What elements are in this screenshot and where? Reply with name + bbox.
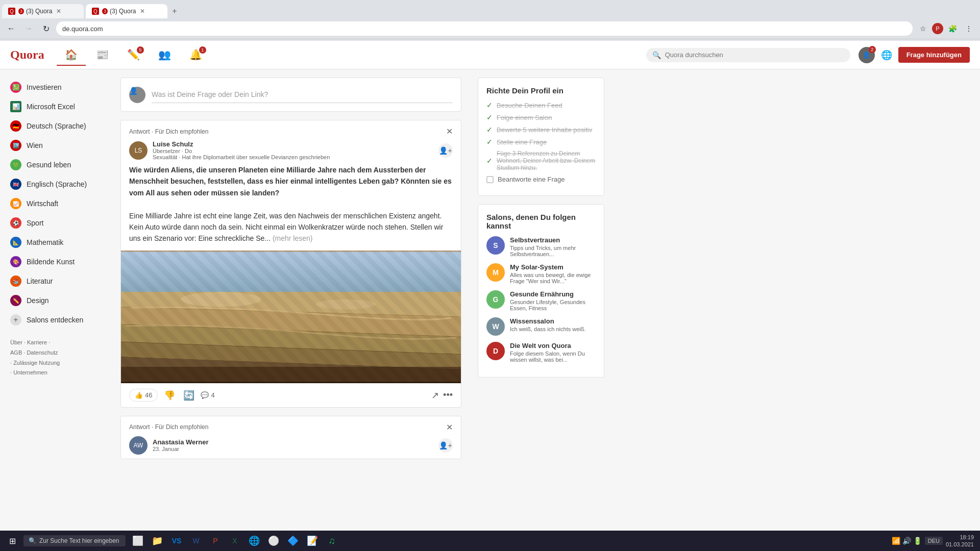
nav-home[interactable]: 🏠 [57, 44, 86, 66]
sidebar-item-excel[interactable]: 📊 Microsoft Excel [0, 97, 112, 116]
language-indicator[interactable]: DEU [925, 537, 943, 545]
sidebar-item-wien[interactable]: 🏙️ Wien [0, 136, 112, 155]
tab-2-close[interactable]: ✕ [140, 8, 145, 15]
vote-count-1: 46 [145, 391, 152, 399]
footer-uber[interactable]: Über [10, 339, 22, 345]
explore-salons-label: Salons entdecken [27, 316, 83, 324]
taskbar-app-excel[interactable]: X [226, 532, 244, 550]
forward-button[interactable]: → [21, 21, 36, 36]
more-1[interactable]: ••• [443, 390, 453, 400]
downvote-1[interactable]: 👎 [162, 388, 177, 403]
answer-2-close[interactable]: ✕ [446, 422, 453, 432]
sidebar-label-bildkunst: Bildende Kunst [27, 258, 75, 266]
more-options[interactable]: ⋮ [962, 21, 976, 36]
tab-1-close[interactable]: ✕ [56, 8, 61, 15]
avatar-container[interactable]: 👤 2 [859, 47, 875, 63]
app-header: Quora 🏠 📰 ✏️ 5 👥 🔔 1 🔍 [0, 41, 980, 69]
profile-item-5-label: Füge 3 Referenzen zu Deinem Wohnort, Dei… [497, 150, 596, 171]
tab-2[interactable]: Q 3 (3) Quora ✕ [86, 4, 167, 18]
sidebar-item-sport[interactable]: ⚽ Sport [0, 213, 112, 233]
new-tab-button[interactable]: + [167, 4, 182, 18]
bookmark-1[interactable]: ↗ [431, 390, 439, 401]
sidebar-label-mathematik: Mathematik [27, 238, 63, 246]
profile-item-3-label: Bewerte 5 weitere Inhalte positiv [497, 126, 592, 134]
nav-news[interactable]: 📰 [88, 44, 117, 66]
add-question-button[interactable]: Frage hinzufügen [898, 47, 970, 63]
footer-agb[interactable]: AGB [10, 349, 22, 356]
tab-1-favicon: Q [8, 8, 15, 15]
search-bar[interactable]: 🔍 [646, 48, 850, 62]
search-icon: 🔍 [652, 51, 661, 59]
check-empty-6 [486, 176, 494, 183]
author-1-name[interactable]: Luise Schulz [153, 140, 433, 148]
volume-icon[interactable]: 🔊 [902, 537, 911, 545]
sidebar-item-wirtschaft[interactable]: 📈 Wirtschaft [0, 194, 112, 213]
taskbar-app-explorer[interactable]: 📁 [148, 532, 166, 550]
follow-author-1[interactable]: 👤+ [438, 143, 453, 158]
sidebar-item-englisch[interactable]: 🇬🇧 Englisch (Sprache) [0, 174, 112, 194]
salon-weltvon-desc: Folge diesem Salon, wenn Du wissen wills… [510, 350, 596, 363]
salon-solar-desc: Alles was uns bewegt, die ewige Frage "W… [510, 272, 596, 284]
author-2-name[interactable]: Anastasia Werner [153, 438, 433, 446]
sidebar-item-bildkunst[interactable]: 🎨 Bildende Kunst [0, 252, 112, 271]
explorer-icon: 📁 [152, 535, 163, 546]
sidebar-item-literatur[interactable]: 📚 Literatur [0, 271, 112, 291]
nav-people[interactable]: 👥 [150, 44, 179, 66]
ask-input[interactable]: Was ist Deine Frage oder Dein Link? [152, 86, 453, 103]
search-input[interactable] [665, 51, 844, 59]
start-button[interactable]: ⊞ [2, 532, 22, 550]
sidebar-item-design[interactable]: ✏️ Design [0, 291, 112, 310]
language-button[interactable]: 🌐 [881, 49, 892, 61]
extensions-btn[interactable]: 🧩 [945, 21, 960, 36]
taskbar-app-word[interactable]: W [187, 532, 205, 550]
taskbar-app-music[interactable]: ♫ [323, 532, 341, 550]
taskbar-app-ie[interactable]: 🌐 [245, 532, 263, 550]
battery-icon[interactable]: 🔋 [913, 537, 922, 545]
profile-btn[interactable]: P [932, 23, 943, 34]
taskbar-app-dev[interactable]: VS [167, 532, 186, 550]
bookmark-star[interactable]: ☆ [916, 21, 930, 36]
taskbar-app-chrome[interactable]: ⚪ [264, 532, 283, 550]
follow-author-2[interactable]: 👤+ [438, 438, 453, 453]
network-icon[interactable]: 📶 [892, 537, 900, 545]
comment-1[interactable]: 💬 4 [201, 391, 214, 399]
taskbar-app-notes[interactable]: 📝 [303, 532, 322, 550]
salon-ernahrung[interactable]: G Gesunde Ernährung Gesunder Lifestyle, … [486, 290, 596, 311]
sidebar-item-deutsch[interactable]: 🇩🇪 Deutsch (Sprache) [0, 116, 112, 136]
ask-box[interactable]: 👤 Was ist Deine Frage oder Dein Link? [120, 78, 461, 112]
taskbar-search[interactable]: 🔍 Zur Suche Text hier eingeben [23, 535, 126, 546]
salon-selbstvertrauen[interactable]: S Selbstvertrauen Tipps und Tricks, um m… [486, 236, 596, 257]
taskbar-app-edge[interactable]: 🔷 [284, 532, 302, 550]
footer-unternehmen[interactable]: Unternehmen [13, 369, 47, 375]
tab-1[interactable]: Q 3 (3) Quora ✕ [2, 4, 84, 18]
footer-karriere[interactable]: Karriere [27, 339, 47, 345]
share-1[interactable]: 🔄 [181, 388, 197, 403]
taskview-icon: ⬜ [132, 535, 143, 546]
footer-datenschutz[interactable]: Datenschutz [27, 349, 58, 356]
deutsch-icon: 🇩🇪 [10, 120, 21, 132]
notes-icon: 📝 [307, 535, 318, 546]
reload-button[interactable]: ↻ [39, 21, 53, 36]
footer-nutzung[interactable]: Zulässige Nutzung [13, 360, 60, 366]
nav-answer[interactable]: ✏️ 5 [119, 44, 148, 66]
back-button[interactable]: ← [4, 21, 18, 36]
quora-logo[interactable]: Quora [10, 48, 44, 62]
salon-weltvon[interactable]: D Die Welt von Quora Folge diesem Salon,… [486, 342, 596, 363]
comment-icon-1: 💬 [201, 391, 209, 399]
answer-1-close[interactable]: ✕ [446, 127, 453, 136]
sidebar-item-investieren[interactable]: 💹 Investieren [0, 78, 112, 97]
taskbar-app-ppt[interactable]: P [206, 532, 225, 550]
address-input[interactable] [56, 21, 913, 36]
sidebar-label-sport: Sport [27, 219, 43, 227]
salon-solar[interactable]: M My Solar-System Alles was uns bewegt, … [486, 263, 596, 284]
read-more-1[interactable]: (mehr lesen) [273, 234, 313, 242]
taskbar-clock[interactable]: 18:19 01.03.2021 [946, 534, 974, 548]
nav-bell[interactable]: 🔔 1 [181, 44, 210, 66]
salon-wissen[interactable]: W Wissenssalon Ich weiß, dass ich nichts… [486, 317, 596, 336]
sidebar-item-gesund[interactable]: 💚 Gesund leben [0, 155, 112, 174]
sidebar-item-mathematik[interactable]: 📐 Mathematik [0, 233, 112, 252]
upvote-1[interactable]: 👍 46 [129, 389, 158, 402]
sidebar-explore-salons[interactable]: + Salons entdecken [0, 310, 112, 330]
quarry-photo [121, 251, 461, 383]
taskbar-app-taskview[interactable]: ⬜ [129, 532, 147, 550]
